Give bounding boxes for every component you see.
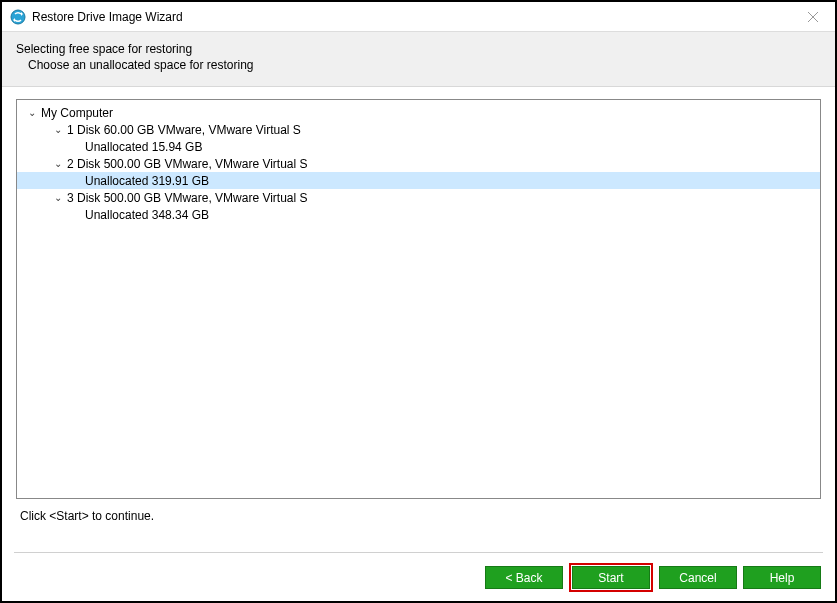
window-title: Restore Drive Image Wizard: [32, 10, 183, 24]
start-button-highlight: Start: [569, 563, 653, 592]
hint-text: Click <Start> to continue.: [16, 509, 821, 523]
start-button[interactable]: Start: [572, 566, 650, 589]
tree-disk[interactable]: ⌄ 3 Disk 500.00 GB VMware, VMware Virtua…: [17, 189, 820, 206]
wizard-subheading: Choose an unallocated space for restorin…: [28, 58, 821, 72]
tree-root-label: My Computer: [39, 106, 113, 120]
tree-unallocated[interactable]: Unallocated 15.94 GB: [17, 138, 820, 155]
tree-root[interactable]: ⌄ My Computer: [17, 104, 820, 121]
cancel-button[interactable]: Cancel: [659, 566, 737, 589]
chevron-down-icon[interactable]: ⌄: [51, 158, 65, 169]
chevron-down-icon[interactable]: ⌄: [51, 124, 65, 135]
tree-disk-label: 1 Disk 60.00 GB VMware, VMware Virtual S: [65, 123, 301, 137]
back-button[interactable]: < Back: [485, 566, 563, 589]
drive-tree[interactable]: ⌄ My Computer ⌄ 1 Disk 60.00 GB VMware, …: [16, 99, 821, 499]
tree-disk-label: 3 Disk 500.00 GB VMware, VMware Virtual …: [65, 191, 308, 205]
chevron-down-icon[interactable]: ⌄: [25, 107, 39, 118]
titlebar: Restore Drive Image Wizard: [2, 2, 835, 32]
chevron-down-icon[interactable]: ⌄: [51, 192, 65, 203]
button-row: < Back Start Cancel Help: [485, 566, 821, 589]
help-button[interactable]: Help: [743, 566, 821, 589]
tree-disk-label: 2 Disk 500.00 GB VMware, VMware Virtual …: [65, 157, 308, 171]
tree-unallocated-label: Unallocated 15.94 GB: [83, 140, 202, 154]
close-button[interactable]: [790, 2, 835, 32]
footer-separator: [14, 552, 823, 553]
wizard-header: Selecting free space for restoring Choos…: [2, 32, 835, 87]
content-area: ⌄ My Computer ⌄ 1 Disk 60.00 GB VMware, …: [2, 87, 835, 523]
tree-unallocated-label: Unallocated 348.34 GB: [83, 208, 209, 222]
app-icon: [10, 9, 26, 25]
tree-disk[interactable]: ⌄ 2 Disk 500.00 GB VMware, VMware Virtua…: [17, 155, 820, 172]
tree-disk[interactable]: ⌄ 1 Disk 60.00 GB VMware, VMware Virtual…: [17, 121, 820, 138]
tree-unallocated[interactable]: Unallocated 348.34 GB: [17, 206, 820, 223]
wizard-heading: Selecting free space for restoring: [16, 42, 821, 56]
tree-unallocated-label: Unallocated 319.91 GB: [83, 174, 209, 188]
tree-unallocated-selected[interactable]: Unallocated 319.91 GB: [17, 172, 820, 189]
